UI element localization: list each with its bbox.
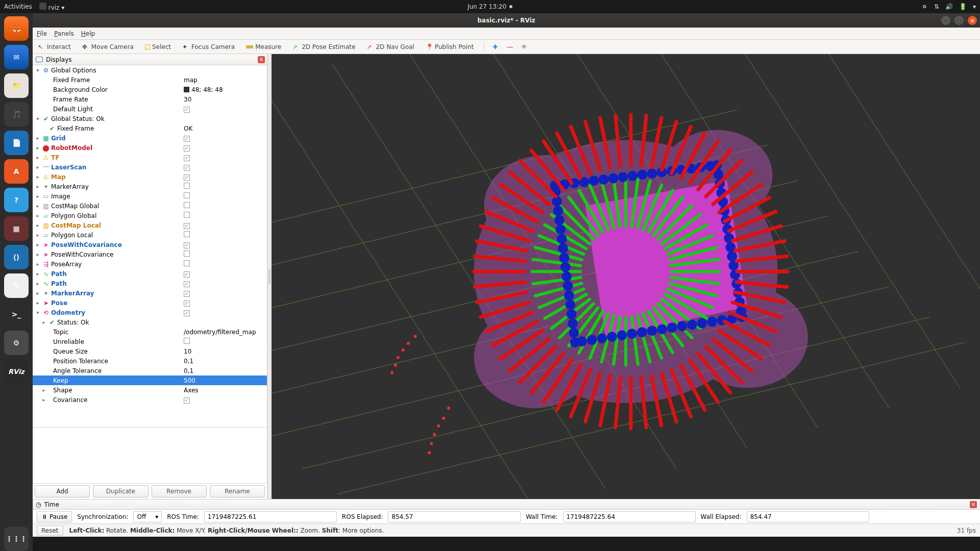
checkbox-display[interactable] [184, 271, 190, 278]
value-frame-rate[interactable]: 30 [184, 96, 191, 103]
dock-terminal[interactable]: >_ [4, 302, 29, 327]
volume-icon[interactable]: 🔊 [945, 3, 953, 10]
tool-2d-nav-goal[interactable]: ➚2D Nav Goal [364, 42, 416, 52]
wall-elapsed-field[interactable]: 854.47 [747, 511, 869, 522]
row-frame-rate[interactable]: Frame Rate 30 [33, 94, 267, 104]
checkbox-unreliable[interactable] [184, 338, 190, 344]
globe-icon[interactable]: ⭘ [922, 3, 928, 10]
tool-2d-pose-estimate[interactable]: ➚2D Pose Estimate [290, 42, 357, 52]
row-display-item[interactable]: ▸〰LaserScan [33, 162, 267, 172]
tree-twisty-icon[interactable]: ▸ [35, 300, 41, 306]
row-odom-pos-tol[interactable]: Position Tolerance0,1 [33, 356, 267, 366]
row-display-item[interactable]: ▸⇶PoseArray [33, 259, 267, 269]
row-odom-ang-tol[interactable]: Angle Tolerance0,1 [33, 366, 267, 375]
row-display-item[interactable]: ▸⚠TF [33, 153, 267, 162]
row-status-fixed-frame[interactable]: ✔ Fixed Frame OK [33, 123, 267, 133]
displays-tree[interactable]: ▾ ⚙ Global Options Fixed Frame map Backg… [33, 65, 267, 428]
tree-twisty-icon[interactable]: ▸ [35, 155, 41, 160]
tool-interact[interactable]: ↖Interact [36, 42, 73, 52]
row-display-item[interactable]: ▸➤PoseWithCovariance [33, 249, 267, 259]
checkbox-covariance[interactable] [184, 397, 190, 404]
checkbox-display[interactable] [184, 223, 190, 229]
dock-gedit[interactable]: ✎ [4, 273, 29, 298]
plus-icon[interactable]: ✚ [493, 43, 500, 51]
row-odom-status[interactable]: ▸ ✔ Status: Ok [33, 317, 267, 327]
checkbox-display[interactable] [184, 251, 190, 257]
tree-twisty-icon[interactable]: ▸ [35, 135, 41, 141]
row-odometry[interactable]: ▾ ⟲ Odometry [33, 308, 267, 317]
menu-file[interactable]: F/*noop*/ile [37, 30, 47, 37]
row-global-options[interactable]: ▾ ⚙ Global Options [33, 65, 267, 75]
tree-twisty-icon[interactable]: ▸ [35, 203, 41, 209]
dock-software[interactable]: A [4, 159, 29, 184]
minus-icon[interactable]: ― [507, 43, 514, 51]
checkbox-display[interactable] [184, 165, 190, 171]
ros-time-field[interactable]: 1719487225.61 [204, 511, 337, 522]
row-global-status[interactable]: ▾ ✔ Global Status: Ok [33, 114, 267, 123]
tree-twisty-icon[interactable]: ▸ [35, 281, 41, 286]
tree-twisty-icon[interactable]: ▸ [41, 319, 47, 325]
row-display-item[interactable]: ▸▥CostMap Local [33, 220, 267, 230]
tool-move-camera[interactable]: ✥Move Camera [80, 42, 136, 52]
dock-rhythmbox[interactable]: 🎵 [4, 102, 29, 127]
checkbox-display[interactable] [184, 260, 190, 266]
tree-twisty-icon[interactable]: ▸ [35, 193, 41, 199]
tree-twisty-icon[interactable]: ▸ [35, 290, 41, 296]
caret-down-icon[interactable]: ▾ [973, 3, 976, 10]
checkbox-odometry[interactable] [184, 310, 190, 316]
checkbox-display[interactable] [184, 281, 190, 287]
checkbox-display[interactable] [184, 174, 190, 181]
show-apps-button[interactable]: ⋮⋮⋮ [4, 527, 29, 551]
checkbox-display[interactable] [184, 202, 190, 208]
tool-select[interactable]: Select [143, 42, 173, 52]
dock-settings[interactable]: ⚙ [4, 331, 29, 355]
row-display-item[interactable]: ▸▥CostMap Global [33, 201, 267, 211]
row-background-color[interactable]: Background Color 48; 48; 48 [33, 85, 267, 94]
tree-twisty-icon[interactable]: ▾ [35, 67, 41, 73]
dock-screenshot[interactable]: ▦ [4, 216, 29, 241]
app-menu[interactable]: rviz ▾ [39, 3, 65, 11]
tool-publish-point[interactable]: 📍Publish Point [424, 42, 476, 52]
value-bg-color[interactable]: 48; 48; 48 [184, 86, 223, 93]
dock-thunderbird[interactable]: ✉ [4, 45, 29, 69]
panel-close-button[interactable]: × [258, 56, 265, 63]
tree-twisty-icon[interactable]: ▸ [35, 242, 41, 247]
checkbox-display[interactable] [184, 155, 190, 161]
dock-files[interactable]: 📁 [4, 73, 29, 98]
window-titlebar[interactable]: basic.rviz* - RViz – ▢ × [33, 13, 980, 28]
time-panel-title[interactable]: ◷ Time × [33, 499, 980, 510]
tree-twisty-icon[interactable]: ▸ [41, 397, 47, 403]
tree-twisty-icon[interactable]: ▸ [35, 145, 41, 151]
network-icon[interactable]: ⇅ [934, 3, 939, 10]
row-odom-queue[interactable]: Queue Size10 [33, 346, 267, 356]
tool-focus-camera[interactable]: ✦Focus Camera [180, 42, 237, 52]
row-odom-keep[interactable]: Keep500 [33, 375, 267, 385]
row-display-item[interactable]: ▸∿Path [33, 279, 267, 288]
window-maximize-button[interactable]: ▢ [954, 16, 964, 25]
row-odom-unreliable[interactable]: Unreliable [33, 337, 267, 346]
row-display-item[interactable]: ▸▦Grid [33, 133, 267, 143]
menu-panels[interactable]: Panels [54, 30, 74, 37]
reset-button[interactable]: Reset [37, 525, 63, 536]
battery-icon[interactable]: 🔋 [959, 3, 967, 10]
menu-help[interactable]: Help [81, 30, 95, 37]
checkbox-display[interactable] [184, 291, 190, 297]
checkbox-display[interactable] [184, 145, 190, 152]
checkbox-default-light[interactable] [184, 107, 190, 113]
row-display-item[interactable]: ▸⬤RobotModel [33, 143, 267, 153]
activities-button[interactable]: Activities [4, 3, 32, 10]
dock-writer[interactable]: 📄 [4, 131, 29, 155]
tree-twisty-icon[interactable]: ▸ [35, 222, 41, 228]
dock-help[interactable]: ? [4, 188, 29, 212]
checkbox-display[interactable] [184, 300, 190, 307]
wall-time-field[interactable]: 1719487225.64 [563, 511, 696, 522]
tree-twisty-icon[interactable]: ▸ [35, 164, 41, 170]
ros-elapsed-field[interactable]: 854.57 [388, 511, 521, 522]
tree-twisty-icon[interactable]: ▸ [35, 252, 41, 257]
row-display-item[interactable]: ▸✦MarkerArray [33, 182, 267, 191]
eye-icon[interactable]: 👁 [521, 43, 528, 51]
vertical-splitter[interactable] [267, 54, 272, 499]
row-default-light[interactable]: Default Light [33, 104, 267, 114]
row-display-item[interactable]: ▸▱Polygon Global [33, 211, 267, 220]
sync-combo[interactable]: Off▾ [133, 511, 162, 522]
